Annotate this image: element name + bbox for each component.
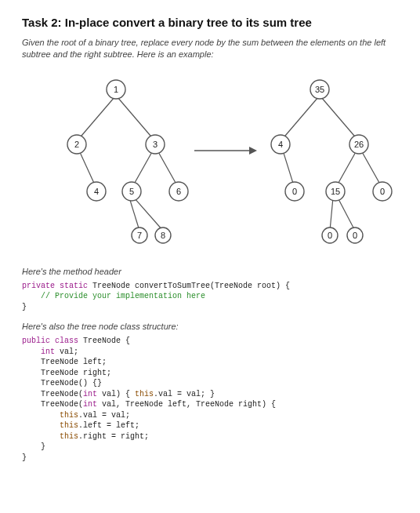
svg-line-30: [330, 198, 333, 231]
tree-node: 2: [67, 135, 86, 154]
task-description: Given the root of a binary tree, replace…: [22, 37, 401, 61]
tree-node: 1: [107, 80, 125, 99]
tree-node: 3: [146, 135, 165, 154]
svg-marker-24: [249, 147, 257, 155]
code-block-class: public class TreeNode { int val; TreeNod…: [22, 336, 401, 463]
svg-text:1: 1: [114, 85, 118, 94]
svg-text:26: 26: [354, 140, 364, 149]
svg-text:8: 8: [161, 231, 165, 240]
svg-text:0: 0: [380, 187, 385, 196]
svg-line-1: [118, 97, 155, 141]
svg-line-0: [77, 97, 114, 141]
tree-diagram: 1 2 3 4 5 6 7 8: [22, 72, 401, 253]
svg-text:6: 6: [176, 187, 181, 196]
svg-line-26: [321, 97, 359, 141]
tree-node: 4: [87, 182, 106, 201]
method-header-label: Here's the method header: [22, 267, 401, 276]
svg-text:4: 4: [94, 187, 99, 196]
tree-node: 0: [322, 227, 338, 243]
svg-text:0: 0: [292, 187, 297, 196]
svg-text:4: 4: [278, 140, 283, 149]
class-structure-label: Here's also the tree node class structur…: [22, 322, 401, 331]
tree-node: 15: [326, 182, 345, 201]
tree-node: 26: [349, 135, 368, 154]
svg-text:7: 7: [137, 231, 142, 240]
tree-node: 0: [347, 227, 363, 243]
svg-text:0: 0: [328, 231, 332, 240]
svg-text:0: 0: [353, 231, 357, 240]
tree-node: 4: [271, 135, 290, 154]
left-tree: 1 2 3 4 5 6 7 8: [67, 80, 188, 243]
svg-line-25: [281, 97, 318, 141]
arrow-icon: [194, 147, 257, 155]
tree-node: 6: [169, 182, 188, 201]
right-tree: 35 4 26 0 15 0 0 0: [271, 80, 392, 243]
svg-text:15: 15: [331, 187, 340, 196]
tree-node: 0: [285, 182, 304, 201]
svg-line-31: [338, 198, 355, 231]
tree-node: 8: [155, 227, 171, 243]
svg-text:35: 35: [315, 85, 324, 94]
svg-text:3: 3: [153, 140, 158, 149]
tree-node: 35: [310, 80, 329, 99]
task-title: Task 2: In-place convert a binary tree t…: [22, 16, 401, 29]
svg-text:5: 5: [129, 187, 134, 196]
code-block-method: private static TreeNode convertToSumTree…: [22, 281, 401, 313]
svg-text:2: 2: [74, 140, 79, 149]
tree-node: 7: [132, 227, 147, 243]
tree-node: 0: [373, 182, 392, 201]
task-document: Task 2: In-place convert a binary tree t…: [0, 0, 420, 491]
tree-node: 5: [122, 182, 141, 201]
